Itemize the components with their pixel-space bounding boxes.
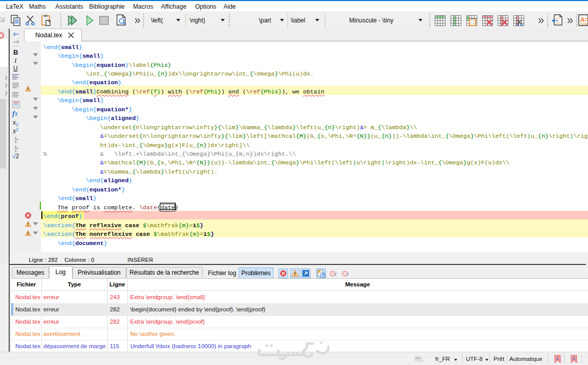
svg-text:A: A xyxy=(580,16,585,23)
svg-text:x: x xyxy=(15,136,17,139)
svg-text:y: y xyxy=(15,140,17,143)
svg-text:y: y xyxy=(15,149,17,152)
svg-text:2: 2 xyxy=(573,356,575,361)
svg-text:1: 1 xyxy=(556,356,559,361)
svg-text:x: x xyxy=(15,144,17,148)
svg-text:abc: abc xyxy=(415,355,422,360)
